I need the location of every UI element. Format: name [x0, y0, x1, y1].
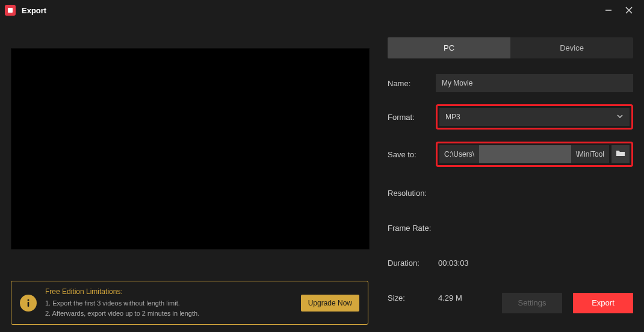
window-title: Export	[22, 6, 46, 15]
save-to-label: Save to:	[388, 150, 436, 159]
duration-label: Duration:	[388, 258, 436, 268]
save-to-row: Save to: C:\Users\ \MiniTool	[388, 142, 633, 167]
bottom-bar: Free Edition Limitations: 1. Export the …	[11, 281, 633, 325]
minimize-button[interactable]	[598, 0, 619, 20]
titlebar: Export	[0, 0, 644, 20]
format-value: MP3	[445, 113, 460, 121]
save-path-input[interactable]: C:\Users\ \MiniTool	[439, 145, 609, 163]
upgrade-button[interactable]: Upgrade Now	[301, 295, 359, 312]
left-pane	[11, 48, 373, 282]
resolution-label: Resolution:	[388, 189, 436, 198]
limitations-text: Free Edition Limitations: 1. Export the …	[45, 287, 293, 318]
save-path-suffix: \MiniTool	[571, 145, 609, 163]
save-path-prefix: C:\Users\	[439, 145, 479, 163]
chevron-down-icon	[616, 111, 624, 122]
frame-rate-row: Frame Rate:	[388, 219, 633, 237]
close-button[interactable]	[619, 0, 639, 20]
duration-row: Duration: 00:03:03	[388, 254, 633, 272]
limitations-line-1: 1. Export the first 3 videos without len…	[45, 298, 293, 309]
app-icon	[5, 5, 16, 16]
output-tabs: PC Device	[388, 37, 633, 58]
tab-device[interactable]: Device	[510, 37, 633, 58]
frame-rate-label: Frame Rate:	[388, 224, 442, 233]
browse-folder-button[interactable]	[611, 145, 630, 163]
folder-icon	[616, 149, 625, 160]
settings-button[interactable]: Settings	[502, 293, 562, 313]
right-pane: PC Device Name: Format: MP3 Save to:	[373, 25, 633, 282]
main-content: PC Device Name: Format: MP3 Save to:	[0, 20, 644, 282]
info-icon	[20, 295, 37, 312]
format-label: Format:	[388, 113, 436, 122]
limitations-line-2: 2. Afterwards, export video up to 2 minu…	[45, 309, 293, 319]
format-row: Format: MP3	[388, 104, 633, 130]
name-label: Name:	[388, 79, 436, 88]
svg-point-4	[28, 299, 29, 301]
resolution-row: Resolution:	[388, 184, 633, 202]
video-preview	[11, 48, 370, 249]
svg-rect-5	[28, 302, 29, 307]
name-row: Name:	[388, 74, 633, 92]
svg-rect-0	[8, 8, 13, 13]
save-path-redacted	[479, 145, 571, 163]
limitations-title: Free Edition Limitations:	[45, 287, 293, 296]
format-select[interactable]: MP3	[439, 108, 630, 126]
export-button[interactable]: Export	[573, 293, 633, 313]
name-input[interactable]	[436, 74, 633, 92]
tab-pc[interactable]: PC	[388, 37, 510, 58]
limitations-notice: Free Edition Limitations: 1. Export the …	[11, 281, 368, 325]
duration-value: 00:03:03	[436, 258, 469, 268]
